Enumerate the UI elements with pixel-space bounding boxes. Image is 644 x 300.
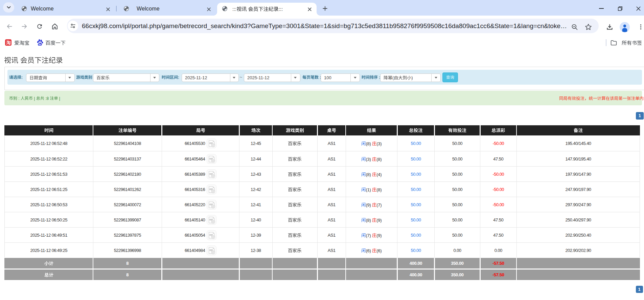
- svg-text:(8): (8): [366, 218, 371, 223]
- svg-text:(3): (3): [376, 141, 382, 146]
- svg-text:(8): (8): [366, 141, 371, 146]
- svg-text:100: 100: [324, 75, 331, 80]
- svg-text:(9): (9): [376, 233, 382, 238]
- svg-text:(8): (8): [366, 172, 371, 177]
- svg-text:2025-11-12: 2025-11-12: [247, 75, 270, 80]
- svg-text:(9): (9): [376, 218, 382, 223]
- svg-text:(: (: [392, 75, 394, 80]
- svg-text::: :: [17, 96, 21, 101]
- svg-text:(7): (7): [376, 202, 382, 208]
- svg-text::::: :::: [232, 6, 237, 12]
- svg-text:(9): (9): [366, 202, 371, 208]
- svg-text:(3): (3): [366, 156, 371, 162]
- svg-text::: :: [378, 75, 380, 80]
- svg-text:du: du: [39, 43, 41, 45]
- svg-text:|: |: [58, 96, 60, 101]
- svg-text:|: |: [33, 96, 36, 101]
- svg-text::: :: [21, 75, 23, 80]
- svg-text:(1): (1): [366, 187, 371, 192]
- svg-text:(4): (4): [376, 172, 382, 177]
- svg-text:(7): (7): [366, 233, 371, 238]
- svg-text:(6): (6): [366, 248, 371, 253]
- svg-text:(8): (8): [376, 187, 382, 192]
- svg-text::: :: [178, 75, 179, 80]
- svg-text::8: :8: [44, 96, 50, 101]
- svg-text::::: :::: [279, 6, 283, 12]
- svg-text:2025-11-12: 2025-11-12: [185, 75, 207, 80]
- svg-text:(6): (6): [376, 248, 382, 253]
- svg-text:): ): [412, 75, 413, 80]
- svg-text:(8): (8): [376, 156, 382, 162]
